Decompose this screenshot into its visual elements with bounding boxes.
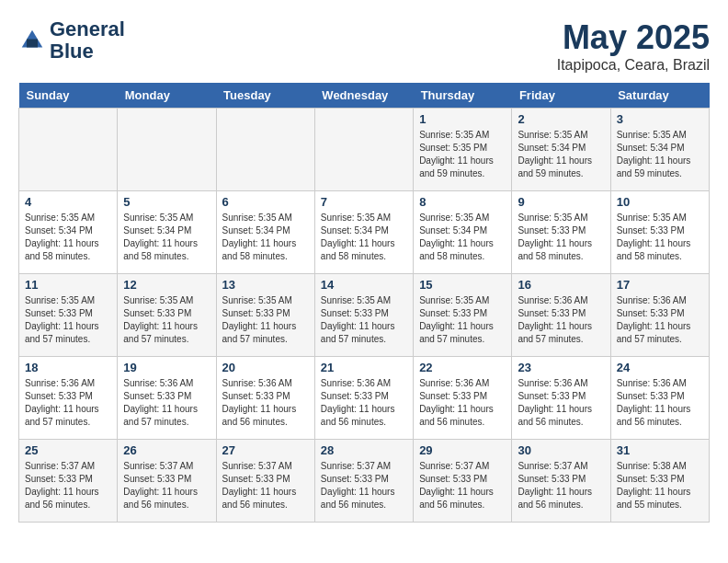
day-number: 11 <box>25 278 111 292</box>
day-number: 12 <box>123 278 210 292</box>
cell-info: Sunrise: 5:36 AM Sunset: 5:33 PM Dayligh… <box>617 377 703 429</box>
calendar-cell: 23Sunrise: 5:36 AM Sunset: 5:33 PM Dayli… <box>512 357 610 440</box>
calendar-cell: 24Sunrise: 5:36 AM Sunset: 5:33 PM Dayli… <box>610 357 709 440</box>
cell-info: Sunrise: 5:35 AM Sunset: 5:33 PM Dayligh… <box>419 294 506 346</box>
calendar-cell <box>19 109 118 191</box>
calendar-cell <box>118 109 216 191</box>
calendar-cell: 28Sunrise: 5:37 AM Sunset: 5:33 PM Dayli… <box>314 440 413 523</box>
weekday-header-thursday: Thursday <box>414 83 512 109</box>
weekday-header-wednesday: Wednesday <box>314 83 413 109</box>
week-row-5: 25Sunrise: 5:37 AM Sunset: 5:33 PM Dayli… <box>19 440 710 523</box>
day-number: 22 <box>419 361 506 374</box>
cell-info: Sunrise: 5:35 AM Sunset: 5:35 PM Dayligh… <box>419 129 506 180</box>
cell-info: Sunrise: 5:35 AM Sunset: 5:33 PM Dayligh… <box>518 212 604 263</box>
logo-text: General Blue <box>50 18 125 63</box>
logo: General Blue <box>18 18 125 63</box>
calendar-cell: 21Sunrise: 5:36 AM Sunset: 5:33 PM Dayli… <box>314 357 413 440</box>
calendar-table: SundayMondayTuesdayWednesdayThursdayFrid… <box>18 83 710 523</box>
calendar-cell: 22Sunrise: 5:36 AM Sunset: 5:33 PM Dayli… <box>414 357 512 440</box>
day-number: 19 <box>123 361 210 374</box>
calendar-cell: 26Sunrise: 5:37 AM Sunset: 5:33 PM Dayli… <box>118 440 216 523</box>
calendar-cell: 9Sunrise: 5:35 AM Sunset: 5:33 PM Daylig… <box>512 191 610 274</box>
cell-info: Sunrise: 5:37 AM Sunset: 5:33 PM Dayligh… <box>123 460 210 511</box>
day-number: 20 <box>222 361 309 374</box>
cell-info: Sunrise: 5:38 AM Sunset: 5:33 PM Dayligh… <box>617 460 703 511</box>
calendar-cell: 29Sunrise: 5:37 AM Sunset: 5:33 PM Dayli… <box>414 440 512 523</box>
cell-info: Sunrise: 5:36 AM Sunset: 5:33 PM Dayligh… <box>419 377 506 429</box>
cell-info: Sunrise: 5:35 AM Sunset: 5:34 PM Dayligh… <box>419 212 506 263</box>
cell-info: Sunrise: 5:35 AM Sunset: 5:34 PM Dayligh… <box>321 212 407 263</box>
day-number: 1 <box>419 112 506 126</box>
calendar-cell: 10Sunrise: 5:35 AM Sunset: 5:33 PM Dayli… <box>610 191 709 274</box>
svg-rect-1 <box>27 40 38 48</box>
day-number: 13 <box>222 278 309 292</box>
cell-info: Sunrise: 5:36 AM Sunset: 5:33 PM Dayligh… <box>518 294 604 346</box>
calendar-cell: 16Sunrise: 5:36 AM Sunset: 5:33 PM Dayli… <box>512 274 610 357</box>
calendar-cell: 15Sunrise: 5:35 AM Sunset: 5:33 PM Dayli… <box>414 274 512 357</box>
day-number: 4 <box>25 195 111 209</box>
day-number: 23 <box>518 361 604 374</box>
calendar-cell: 1Sunrise: 5:35 AM Sunset: 5:35 PM Daylig… <box>414 109 512 191</box>
day-number: 5 <box>123 195 210 209</box>
calendar-cell: 30Sunrise: 5:37 AM Sunset: 5:33 PM Dayli… <box>512 440 610 523</box>
calendar-cell <box>314 109 413 191</box>
calendar-cell: 3Sunrise: 5:35 AM Sunset: 5:34 PM Daylig… <box>610 109 709 191</box>
day-number: 17 <box>617 278 703 292</box>
day-number: 29 <box>419 443 506 457</box>
week-row-2: 4Sunrise: 5:35 AM Sunset: 5:34 PM Daylig… <box>19 191 710 274</box>
weekday-header-sunday: Sunday <box>19 83 118 109</box>
weekday-header-tuesday: Tuesday <box>216 83 314 109</box>
day-number: 31 <box>617 443 703 457</box>
calendar-cell: 4Sunrise: 5:35 AM Sunset: 5:34 PM Daylig… <box>19 191 118 274</box>
calendar-cell: 8Sunrise: 5:35 AM Sunset: 5:34 PM Daylig… <box>414 191 512 274</box>
day-number: 15 <box>419 278 506 292</box>
calendar-cell: 18Sunrise: 5:36 AM Sunset: 5:33 PM Dayli… <box>19 357 118 440</box>
cell-info: Sunrise: 5:36 AM Sunset: 5:33 PM Dayligh… <box>222 377 309 429</box>
cell-info: Sunrise: 5:35 AM Sunset: 5:34 PM Dayligh… <box>518 129 604 180</box>
day-number: 16 <box>518 278 604 292</box>
calendar-cell: 31Sunrise: 5:38 AM Sunset: 5:33 PM Dayli… <box>610 440 709 523</box>
day-number: 26 <box>123 443 210 457</box>
day-number: 25 <box>25 443 111 457</box>
cell-info: Sunrise: 5:37 AM Sunset: 5:33 PM Dayligh… <box>419 460 506 511</box>
cell-info: Sunrise: 5:35 AM Sunset: 5:33 PM Dayligh… <box>222 294 309 346</box>
day-number: 2 <box>518 112 604 126</box>
week-row-1: 1Sunrise: 5:35 AM Sunset: 5:35 PM Daylig… <box>19 109 710 191</box>
calendar-cell: 27Sunrise: 5:37 AM Sunset: 5:33 PM Dayli… <box>216 440 314 523</box>
day-number: 28 <box>321 443 407 457</box>
calendar-cell: 20Sunrise: 5:36 AM Sunset: 5:33 PM Dayli… <box>216 357 314 440</box>
calendar-cell: 19Sunrise: 5:36 AM Sunset: 5:33 PM Dayli… <box>118 357 216 440</box>
week-row-3: 11Sunrise: 5:35 AM Sunset: 5:33 PM Dayli… <box>19 274 710 357</box>
month-title: May 2025 <box>557 18 710 57</box>
calendar-cell: 17Sunrise: 5:36 AM Sunset: 5:33 PM Dayli… <box>610 274 709 357</box>
day-number: 3 <box>617 112 703 126</box>
cell-info: Sunrise: 5:35 AM Sunset: 5:34 PM Dayligh… <box>123 212 210 263</box>
day-number: 10 <box>617 195 703 209</box>
calendar-cell: 6Sunrise: 5:35 AM Sunset: 5:34 PM Daylig… <box>216 191 314 274</box>
cell-info: Sunrise: 5:37 AM Sunset: 5:33 PM Dayligh… <box>518 460 604 511</box>
cell-info: Sunrise: 5:35 AM Sunset: 5:33 PM Dayligh… <box>617 212 703 263</box>
cell-info: Sunrise: 5:36 AM Sunset: 5:33 PM Dayligh… <box>25 377 111 429</box>
day-number: 8 <box>419 195 506 209</box>
day-number: 24 <box>617 361 703 374</box>
cell-info: Sunrise: 5:35 AM Sunset: 5:33 PM Dayligh… <box>123 294 210 346</box>
cell-info: Sunrise: 5:35 AM Sunset: 5:34 PM Dayligh… <box>222 212 309 263</box>
calendar-cell: 5Sunrise: 5:35 AM Sunset: 5:34 PM Daylig… <box>118 191 216 274</box>
page-header: General Blue May 2025 Itapipoca, Ceara, … <box>18 18 710 74</box>
day-number: 18 <box>25 361 111 374</box>
cell-info: Sunrise: 5:36 AM Sunset: 5:33 PM Dayligh… <box>321 377 407 429</box>
cell-info: Sunrise: 5:36 AM Sunset: 5:33 PM Dayligh… <box>123 377 210 429</box>
logo-icon <box>18 27 46 54</box>
calendar-cell: 2Sunrise: 5:35 AM Sunset: 5:34 PM Daylig… <box>512 109 610 191</box>
calendar-cell: 11Sunrise: 5:35 AM Sunset: 5:33 PM Dayli… <box>19 274 118 357</box>
calendar-cell: 14Sunrise: 5:35 AM Sunset: 5:33 PM Dayli… <box>314 274 413 357</box>
weekday-header-friday: Friday <box>512 83 610 109</box>
cell-info: Sunrise: 5:37 AM Sunset: 5:33 PM Dayligh… <box>25 460 111 511</box>
calendar-cell: 7Sunrise: 5:35 AM Sunset: 5:34 PM Daylig… <box>314 191 413 274</box>
weekday-header-row: SundayMondayTuesdayWednesdayThursdayFrid… <box>19 83 710 109</box>
cell-info: Sunrise: 5:36 AM Sunset: 5:33 PM Dayligh… <box>518 377 604 429</box>
cell-info: Sunrise: 5:35 AM Sunset: 5:33 PM Dayligh… <box>25 294 111 346</box>
cell-info: Sunrise: 5:35 AM Sunset: 5:34 PM Dayligh… <box>25 212 111 263</box>
location: Itapipoca, Ceara, Brazil <box>557 57 710 74</box>
week-row-4: 18Sunrise: 5:36 AM Sunset: 5:33 PM Dayli… <box>19 357 710 440</box>
